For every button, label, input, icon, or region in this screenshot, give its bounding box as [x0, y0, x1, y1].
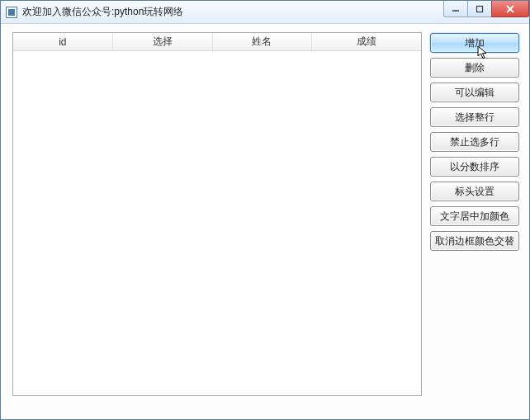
button-label: 文字居中加颜色 — [440, 210, 509, 224]
editable-button[interactable]: 可以编辑 — [430, 83, 519, 102]
minimize-button[interactable] — [443, 1, 468, 17]
button-label: 禁止选多行 — [450, 135, 499, 149]
table-column-select[interactable]: 选择 — [113, 33, 213, 50]
side-buttons: 增加 删除 可以编辑 选择整行 禁止选多行 以分数排序 标头设置 文字居中加颜色… — [430, 32, 519, 396]
client-area: id 选择 姓名 成绩 增加 删除 可以编辑 选择整行 禁止选多行 以分数排序 … — [1, 24, 529, 419]
button-label: 增加 — [465, 36, 485, 50]
titlebar[interactable]: 欢迎加入微信公众号:python玩转网络 — [1, 1, 529, 24]
app-window: 欢迎加入微信公众号:python玩转网络 id 选择 姓名 成绩 — [0, 0, 530, 420]
close-icon — [505, 4, 515, 14]
button-label: 可以编辑 — [455, 86, 495, 100]
app-icon — [6, 7, 17, 18]
table-header: id 选择 姓名 成绩 — [13, 33, 421, 51]
select-row-button[interactable]: 选择整行 — [430, 107, 519, 127]
table-column-score[interactable]: 成绩 — [312, 33, 421, 50]
button-label: 选择整行 — [455, 111, 495, 125]
button-label: 取消边框颜色交替 — [435, 234, 514, 248]
no-multiselect-button[interactable]: 禁止选多行 — [430, 132, 519, 152]
table-column-id[interactable]: id — [13, 33, 113, 50]
close-button[interactable] — [491, 1, 529, 17]
text-center-color-button[interactable]: 文字居中加颜色 — [430, 206, 519, 226]
button-label: 标头设置 — [455, 185, 495, 199]
table[interactable]: id 选择 姓名 成绩 — [12, 32, 422, 396]
add-button[interactable]: 增加 — [430, 33, 519, 53]
maximize-button[interactable] — [467, 1, 492, 17]
maximize-icon — [476, 5, 484, 13]
window-title: 欢迎加入微信公众号:python玩转网络 — [22, 5, 183, 19]
window-controls — [444, 1, 529, 17]
button-label: 以分数排序 — [450, 160, 499, 174]
delete-button[interactable]: 删除 — [430, 58, 519, 78]
sort-score-button[interactable]: 以分数排序 — [430, 157, 519, 177]
header-settings-button[interactable]: 标头设置 — [430, 182, 519, 201]
table-body[interactable] — [13, 51, 421, 395]
table-column-name[interactable]: 姓名 — [213, 33, 313, 50]
minimize-icon — [452, 5, 460, 13]
button-label: 删除 — [465, 61, 485, 75]
cancel-border-alt-button[interactable]: 取消边框颜色交替 — [430, 231, 519, 251]
svg-rect-1 — [477, 6, 483, 12]
